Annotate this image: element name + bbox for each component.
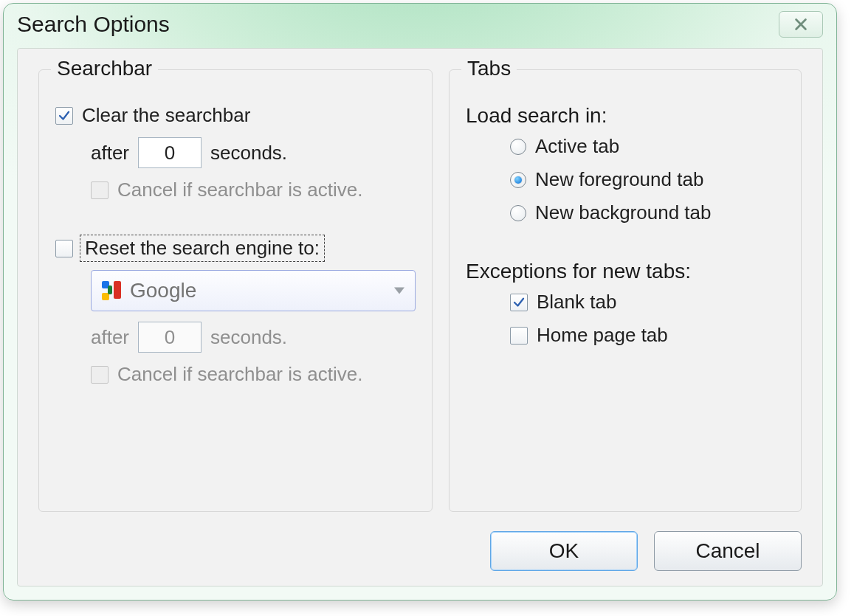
window-title: Search Options	[17, 12, 779, 37]
blank-tab-checkbox[interactable]	[510, 294, 528, 311]
cancel-if-active-label-1: Cancel if searchbar is active.	[117, 179, 362, 201]
tabs-group: Tabs Load search in: Active tab New fore…	[449, 69, 802, 512]
exceptions-heading: Exceptions for new tabs:	[466, 260, 785, 283]
close-icon	[793, 16, 809, 32]
close-button[interactable]	[779, 11, 823, 38]
titlebar: Search Options	[4, 4, 836, 45]
home-page-tab-checkbox[interactable]	[510, 327, 528, 345]
search-engine-selected: Google	[130, 279, 196, 302]
cancel-button[interactable]: Cancel	[654, 531, 802, 571]
radio-new-foreground-tab-label: New foreground tab	[535, 168, 703, 191]
radio-new-background-tab-label: New background tab	[535, 201, 711, 224]
blank-tab-label: Blank tab	[537, 291, 616, 314]
google-icon	[102, 281, 121, 300]
searchbar-group: Searchbar Clear the searchbar after 0 se…	[38, 69, 433, 512]
after-label-2: after	[91, 326, 129, 349]
clear-searchbar-label: Clear the searchbar	[82, 104, 250, 127]
chevron-down-icon	[394, 288, 404, 294]
checkmark-icon	[512, 296, 526, 309]
clear-searchbar-checkbox[interactable]	[55, 107, 73, 125]
ok-button[interactable]: OK	[490, 531, 638, 571]
home-page-tab-label: Home page tab	[537, 324, 668, 347]
checkmark-icon	[58, 109, 71, 122]
searchbar-legend: Searchbar	[51, 57, 158, 80]
radio-active-tab-label: Active tab	[535, 135, 619, 158]
cancel-if-active-checkbox-1	[91, 181, 109, 199]
after-label-1: after	[91, 142, 129, 165]
seconds-label-1: seconds.	[210, 142, 287, 165]
dialog-footer: OK Cancel	[38, 512, 802, 571]
clear-seconds-input[interactable]: 0	[138, 137, 202, 168]
dialog-window: Search Options Searchbar Clear the searc…	[3, 3, 837, 601]
reset-seconds-input: 0	[138, 322, 202, 353]
radio-active-tab[interactable]	[510, 139, 526, 155]
reset-engine-checkbox[interactable]	[55, 240, 73, 257]
search-engine-dropdown[interactable]: Google	[91, 270, 416, 311]
radio-new-background-tab[interactable]	[510, 205, 526, 221]
tabs-legend: Tabs	[461, 57, 517, 80]
cancel-if-active-checkbox-2	[91, 366, 109, 384]
load-search-heading: Load search in:	[466, 104, 785, 128]
reset-engine-label: Reset the search engine to:	[82, 237, 323, 260]
client-area: Searchbar Clear the searchbar after 0 se…	[17, 48, 823, 586]
seconds-label-2: seconds.	[210, 326, 287, 349]
cancel-if-active-label-2: Cancel if searchbar is active.	[117, 363, 362, 386]
radio-new-foreground-tab[interactable]	[510, 172, 526, 188]
